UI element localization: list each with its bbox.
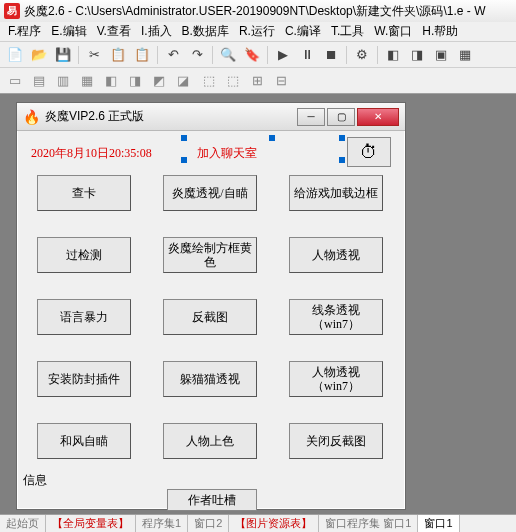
- menu-help[interactable]: H.帮助: [418, 23, 462, 40]
- layout-button[interactable]: ◩: [148, 70, 170, 92]
- layout-button[interactable]: ▥: [52, 70, 74, 92]
- toolbar-button[interactable]: ▦: [454, 44, 476, 66]
- child-body: 2020年8月10日20:35:08 加入聊天室 ⏱ 查卡炎魔透视/自瞄给游戏加…: [17, 131, 405, 509]
- child-icon: 🔥: [23, 109, 39, 125]
- selection-marker: [181, 157, 187, 163]
- toolbar-button[interactable]: ◨: [406, 44, 428, 66]
- layout-button[interactable]: ◧: [100, 70, 122, 92]
- feature-button[interactable]: 反截图: [163, 299, 257, 335]
- feature-button[interactable]: 人物透视: [289, 237, 383, 273]
- bottom-tabs: 起始页【全局变量表】程序集1窗口2【图片资源表】窗口程序集 窗口1窗口1: [0, 514, 516, 532]
- timer-button[interactable]: ⏱: [347, 137, 391, 167]
- layout-button[interactable]: ▤: [28, 70, 50, 92]
- toolbar-button[interactable]: ⏹: [320, 44, 342, 66]
- child-titlebar: 🔥 炎魔VIP2.6 正式版 ─ ▢ ✕: [17, 103, 405, 131]
- bottom-tab[interactable]: 窗口2: [188, 515, 229, 532]
- bottom-tab[interactable]: 窗口1: [418, 515, 459, 532]
- feature-button[interactable]: 人物上色: [163, 423, 257, 459]
- minimize-button[interactable]: ─: [297, 108, 325, 126]
- child-title: 炎魔VIP2.6 正式版: [45, 108, 295, 125]
- bottom-tab[interactable]: 【图片资源表】: [229, 515, 319, 532]
- toolbar-button[interactable]: 💾: [52, 44, 74, 66]
- toolbar-button[interactable]: ⏸: [296, 44, 318, 66]
- menu-window[interactable]: W.窗口: [370, 23, 416, 40]
- toolbar-button[interactable]: 🔖: [241, 44, 263, 66]
- toolbar-button[interactable]: 📄: [4, 44, 26, 66]
- feature-button[interactable]: 给游戏加载边框: [289, 175, 383, 211]
- main-titlebar: 易 炎魔2.6 - C:\Users\Administrator.USER-20…: [0, 0, 516, 22]
- toolbar-button[interactable]: 🔍: [217, 44, 239, 66]
- layout-button[interactable]: ◨: [124, 70, 146, 92]
- bottom-tab[interactable]: 窗口程序集 窗口1: [319, 515, 418, 532]
- menu-run[interactable]: R.运行: [235, 23, 279, 40]
- feature-button[interactable]: 人物透视（win7）: [289, 361, 383, 397]
- menu-view[interactable]: V.查看: [93, 23, 135, 40]
- main-title: 炎魔2.6 - C:\Users\Administrator.USER-2019…: [24, 3, 485, 20]
- form-designer-window: 🔥 炎魔VIP2.6 正式版 ─ ▢ ✕ 2020年8月10日20:35:08 …: [16, 102, 406, 510]
- author-button[interactable]: 作者吐槽: [167, 489, 257, 511]
- feature-button[interactable]: 和风自瞄: [37, 423, 131, 459]
- menubar: F.程序 E.编辑 V.查看 I.插入 B.数据库 R.运行 C.编译 T.工具…: [0, 22, 516, 42]
- selection-marker: [339, 135, 345, 141]
- layout-button[interactable]: ◪: [172, 70, 194, 92]
- menu-program[interactable]: F.程序: [4, 23, 45, 40]
- layout-button[interactable]: ▦: [76, 70, 98, 92]
- feature-button[interactable]: 查卡: [37, 175, 131, 211]
- feature-button[interactable]: 语言暴力: [37, 299, 131, 335]
- workspace: 🔥 炎魔VIP2.6 正式版 ─ ▢ ✕ 2020年8月10日20:35:08 …: [0, 94, 516, 514]
- feature-button[interactable]: 关闭反截图: [289, 423, 383, 459]
- feature-button[interactable]: 安装防封插件: [37, 361, 131, 397]
- toolbar-button[interactable]: ▣: [430, 44, 452, 66]
- menu-tools[interactable]: T.工具: [327, 23, 368, 40]
- join-chat-label[interactable]: 加入聊天室: [197, 145, 257, 162]
- layout-button[interactable]: ⊞: [246, 70, 268, 92]
- toolbar-button[interactable]: ↷: [186, 44, 208, 66]
- layout-button[interactable]: ⬚: [198, 70, 220, 92]
- toolbar-button[interactable]: 📋: [107, 44, 129, 66]
- toolbar-button[interactable]: 📂: [28, 44, 50, 66]
- bottom-tab[interactable]: 起始页: [0, 515, 46, 532]
- bottom-tab[interactable]: 【全局变量表】: [46, 515, 136, 532]
- toolbar-button[interactable]: 📋: [131, 44, 153, 66]
- menu-database[interactable]: B.数据库: [178, 23, 233, 40]
- selection-marker: [269, 135, 275, 141]
- toolbar-button[interactable]: ⚙: [351, 44, 373, 66]
- feature-button[interactable]: 炎魔透视/自瞄: [163, 175, 257, 211]
- layout-button[interactable]: ⊟: [270, 70, 292, 92]
- maximize-button[interactable]: ▢: [327, 108, 355, 126]
- toolbar-button[interactable]: ▶: [272, 44, 294, 66]
- feature-button[interactable]: 炎魔绘制方框黄色: [163, 237, 257, 273]
- app-icon: 易: [4, 3, 20, 19]
- menu-compile[interactable]: C.编译: [281, 23, 325, 40]
- close-button[interactable]: ✕: [357, 108, 399, 126]
- selection-marker: [339, 157, 345, 163]
- layout-button[interactable]: ▭: [4, 70, 26, 92]
- toolbar-main: 📄📂💾✂📋📋↶↷🔍🔖▶⏸⏹⚙◧◨▣▦: [0, 42, 516, 68]
- feature-button[interactable]: 过检测: [37, 237, 131, 273]
- menu-edit[interactable]: E.编辑: [47, 23, 90, 40]
- bottom-tab[interactable]: 程序集1: [136, 515, 188, 532]
- timestamp-label: 2020年8月10日20:35:08: [31, 145, 152, 162]
- toolbar-button[interactable]: ◧: [382, 44, 404, 66]
- info-label: 信息: [23, 472, 47, 489]
- selection-marker: [181, 135, 187, 141]
- layout-button[interactable]: ⬚: [222, 70, 244, 92]
- toolbar-button[interactable]: ↶: [162, 44, 184, 66]
- feature-button[interactable]: 线条透视（win7）: [289, 299, 383, 335]
- feature-button[interactable]: 躲猫猫透视: [163, 361, 257, 397]
- toolbar-layout: ▭▤▥▦◧◨◩◪⬚⬚⊞⊟: [0, 68, 516, 94]
- toolbar-button[interactable]: ✂: [83, 44, 105, 66]
- menu-insert[interactable]: I.插入: [137, 23, 176, 40]
